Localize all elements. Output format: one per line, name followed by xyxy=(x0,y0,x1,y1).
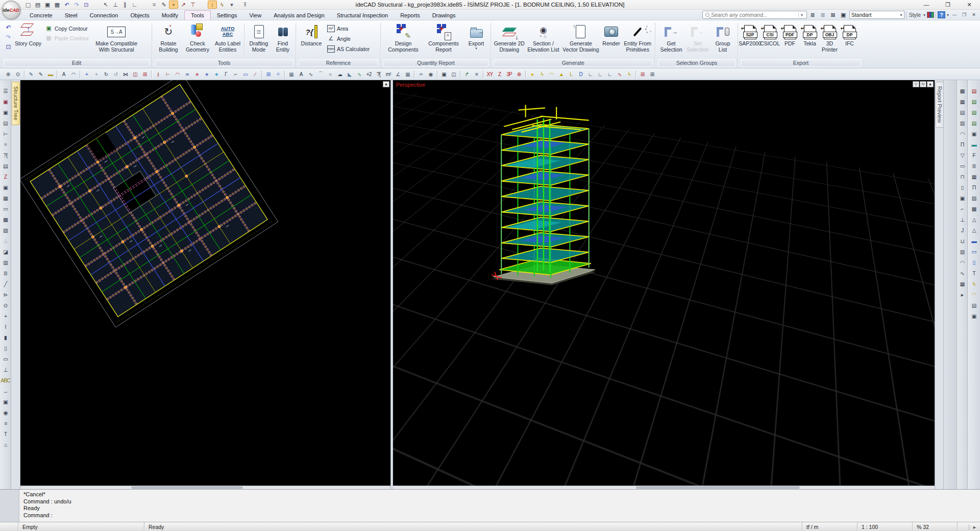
polyline-snap-icon[interactable]: ✎ xyxy=(159,1,168,9)
grid-report-icon[interactable]: ▦ xyxy=(969,172,979,181)
quick-run-icon[interactable]: ϟ xyxy=(217,1,227,9)
colonnade-icon[interactable]: ▥ xyxy=(958,247,967,256)
footing-icon[interactable]: ⊥ xyxy=(958,214,967,224)
design-components-button[interactable]: ✎ Design Components xyxy=(384,22,423,59)
storey-elevation-icon[interactable]: Z xyxy=(1,172,10,181)
grid-panel-icon[interactable]: ▦ xyxy=(958,279,967,288)
material-report-icon[interactable]: ▨ xyxy=(969,193,979,203)
status-expand-icon[interactable]: ▸ xyxy=(973,524,976,530)
perpendicular-snap-icon[interactable]: ⊥ xyxy=(111,1,120,9)
stair-generate-icon[interactable]: ϟ xyxy=(537,69,547,79)
array-rect-icon[interactable]: ⊞ xyxy=(263,69,273,79)
tab-connection[interactable]: Connection xyxy=(84,11,125,20)
app-logo-button[interactable]: ideCAD xyxy=(2,1,20,19)
check-geometry-button[interactable]: Check Geometry xyxy=(183,22,212,59)
undo-icon[interactable]: ↶ xyxy=(62,1,71,9)
window-new-icon[interactable]: ▣ xyxy=(439,69,449,79)
chart-p-icon[interactable]: ∟ xyxy=(595,69,605,79)
foundation-icon[interactable]: ⊥ xyxy=(1,365,10,374)
move-icon[interactable]: + xyxy=(82,69,91,79)
command-search-box[interactable]: ▾ xyxy=(702,11,807,19)
copy-contour-button[interactable]: ▣ Copy Contour xyxy=(43,24,90,33)
search-dropdown-icon[interactable]: ▾ xyxy=(798,13,805,17)
masonry-icon[interactable]: ▩ xyxy=(958,86,967,95)
quantity-list-icon[interactable]: ≣ xyxy=(969,161,979,171)
tab-drawings[interactable]: Drawings xyxy=(426,11,462,20)
story-paste-icon[interactable]: ▣ xyxy=(1,107,10,117)
paste-contour-button[interactable]: ▦ Paste Contour xyxy=(43,34,90,42)
chamfer-icon[interactable]: Γ xyxy=(221,69,231,79)
cylinder-pair-icon[interactable]: ⊙ xyxy=(1,300,10,310)
explode-icon[interactable]: ∗ xyxy=(202,69,211,79)
bulb-icon[interactable]: ● xyxy=(527,69,537,79)
components-report-button[interactable]: ☰ Components Report xyxy=(423,22,464,59)
story-hierarchy-icon[interactable]: ⊢ xyxy=(1,129,10,138)
chart-z-icon[interactable]: Z xyxy=(495,69,504,79)
redo-icon[interactable]: ↷ xyxy=(72,1,81,9)
story-copy-button[interactable]: ↑ Story Copy xyxy=(14,22,42,59)
bridge-icon[interactable]: ◠ xyxy=(958,129,967,138)
zoom-window-icon[interactable]: ⊙ xyxy=(13,69,22,79)
style-dropdown-icon[interactable]: ▾ xyxy=(923,13,925,17)
undo-icon[interactable]: ↶ xyxy=(4,23,13,32)
distance-query-icon[interactable]: ?{ xyxy=(1,150,10,160)
axis-generate-icon[interactable]: ✕ xyxy=(472,69,481,79)
generate-2d-drawing-button[interactable]: ↓ Generate 2D Drawing xyxy=(493,22,526,59)
export-tekla-button[interactable]: ↵DP Tekla xyxy=(800,22,820,59)
fillet-icon[interactable]: ◠ xyxy=(173,69,182,79)
copy-dashed-icon[interactable]: ▭ xyxy=(1,204,10,213)
arc-icon[interactable]: ⌒ xyxy=(315,69,325,79)
generate-vector-drawing-button[interactable]: ↑ Generate Vector Drawing xyxy=(561,22,601,59)
bar-blue-icon[interactable]: ▬ xyxy=(969,236,979,246)
plan-horizontal-scrollbar[interactable] xyxy=(20,486,390,489)
wall-icon[interactable]: ▯ xyxy=(1,343,10,353)
entity-from-primitives-button[interactable]: Entity From Primitives xyxy=(622,22,653,59)
plan-viewport[interactable]: ▲ xyxy=(20,80,391,489)
view-north-button[interactable]: N xyxy=(920,81,926,87)
style-label[interactable]: Style xyxy=(908,12,922,18)
column-report-icon[interactable]: ▤ xyxy=(969,107,979,117)
pin-generate-icon[interactable]: ▲ xyxy=(556,69,566,79)
open-file-icon[interactable]: ▤ xyxy=(33,1,42,9)
paste-icon[interactable]: ▦ xyxy=(1,193,10,203)
standart-select[interactable]: Standart ▾ xyxy=(849,11,904,19)
mdi-close-button[interactable]: ✕ xyxy=(970,11,978,18)
copy-group-icon[interactable]: ▩ xyxy=(1,214,10,224)
play-icon[interactable]: ▸ xyxy=(958,289,967,299)
area-button[interactable]: m² Area xyxy=(326,24,371,33)
copy-icon[interactable]: ▣ xyxy=(1,182,10,192)
flag-column-icon[interactable]: ⊳ xyxy=(1,289,10,299)
page-export-icon[interactable]: ▤ xyxy=(969,86,979,95)
mix-report-icon[interactable]: ▩ xyxy=(969,204,979,213)
dome-report-icon[interactable]: ◠ xyxy=(969,289,979,299)
group-list-button[interactable]: Group List xyxy=(710,22,735,59)
sketch-edit-icon[interactable]: ✎ xyxy=(26,69,36,79)
region-select-icon[interactable]: ▭ xyxy=(240,69,250,79)
area-query-icon[interactable]: m² xyxy=(383,69,393,79)
undo-view-icon[interactable]: ⊡ xyxy=(82,1,91,9)
undo-list-icon[interactable]: ⊡ xyxy=(4,43,13,51)
grid-snap-icon[interactable]: ⌗ xyxy=(150,1,159,9)
flask-icon[interactable]: △ xyxy=(969,225,979,235)
page-plain-icon[interactable]: ▤ xyxy=(969,300,979,310)
polyline-icon[interactable]: ∿ xyxy=(306,69,315,79)
auto-label-entities-button[interactable]: AUTOABC Auto Label Entities xyxy=(212,22,243,59)
beam-icon[interactable]: I xyxy=(1,322,10,331)
rotate-entity-icon[interactable]: +2 xyxy=(364,69,374,79)
tab-view[interactable]: View xyxy=(243,11,268,20)
style-palette-icon[interactable] xyxy=(927,12,934,18)
section-table-icon[interactable]: ▥ xyxy=(1,257,10,267)
hatch-grid-icon[interactable]: ▦ xyxy=(958,96,967,106)
ruler-mode-icon[interactable]: ↕ xyxy=(208,1,217,9)
export-3d-printer-button[interactable]: ↵OBJ 3D Printer xyxy=(820,22,840,59)
frame-icon[interactable]: ▯ xyxy=(958,182,967,192)
window-tile-icon[interactable]: ◫ xyxy=(449,69,458,79)
point-array-icon[interactable]: ∴ xyxy=(1,236,10,246)
structure-tree-tab[interactable]: Structure Tree xyxy=(12,82,20,125)
chain-icon[interactable]: ⊔ xyxy=(958,236,967,246)
home-view-icon[interactable]: ⌂ xyxy=(1,440,10,449)
set-selection-button[interactable]: ← Set Selection xyxy=(685,22,710,59)
rotate-icon[interactable]: ↻ xyxy=(101,69,111,79)
floor-plan-drawing[interactable] xyxy=(20,80,390,489)
save-icon[interactable]: ▣ xyxy=(43,1,52,9)
